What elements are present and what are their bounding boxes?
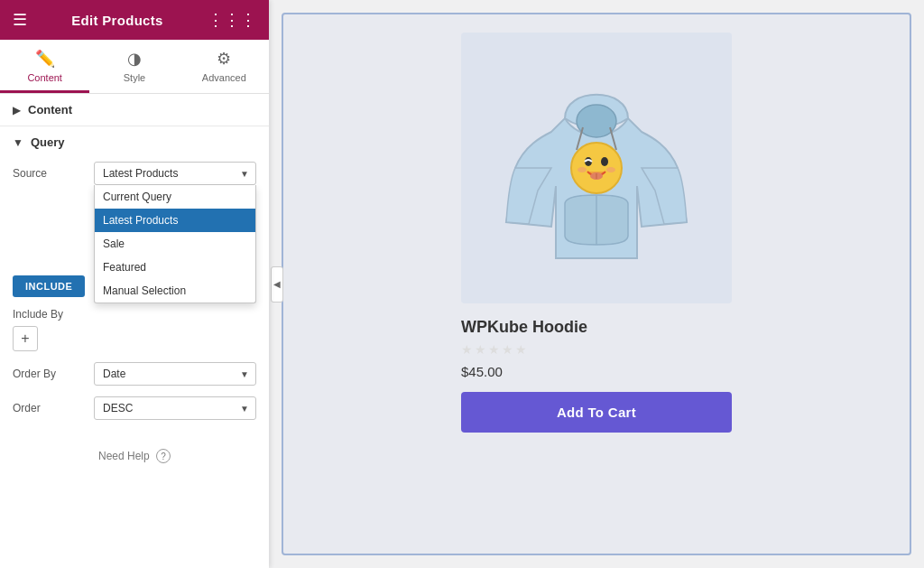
tab-advanced[interactable]: ⚙ Advanced <box>180 40 269 93</box>
star-3: ★ <box>488 342 500 357</box>
hamburger-icon[interactable]: ☰ <box>13 10 27 30</box>
svg-point-0 <box>577 105 616 137</box>
panel-tabs: ✏️ Content ◑ Style ⚙ Advanced <box>0 40 269 94</box>
include-button[interactable]: INCLUDE <box>13 275 85 297</box>
source-control: Latest Products ▼ Current Query Latest P… <box>94 162 256 185</box>
option-manual-selection[interactable]: Manual Selection <box>95 279 255 303</box>
order-by-select[interactable]: Date ▼ <box>94 362 256 386</box>
star-5: ★ <box>515 342 527 357</box>
query-label: Query <box>31 135 65 149</box>
star-1: ★ <box>461 342 473 357</box>
order-by-chevron-icon: ▼ <box>240 369 249 379</box>
tab-content[interactable]: ✏️ Content <box>0 40 89 93</box>
source-label: Source <box>13 167 94 180</box>
order-control: DESC ▼ <box>94 396 256 420</box>
include-by-add-row: + <box>13 326 256 351</box>
tab-style[interactable]: ◑ Style <box>89 40 179 93</box>
option-sale[interactable]: Sale <box>95 232 255 256</box>
help-icon: ? <box>156 449 171 463</box>
order-by-row: Order By Date ▼ <box>13 362 256 386</box>
panel-body: ▶ Content ▼ Query Source Latest Products… <box>0 94 269 568</box>
query-arrow-icon: ▼ <box>13 136 23 149</box>
include-by-add-button[interactable]: + <box>13 326 38 351</box>
order-row: Order DESC ▼ <box>13 396 256 420</box>
main-area: ◀ <box>269 0 924 568</box>
source-chevron-icon: ▼ <box>240 169 249 179</box>
svg-point-8 <box>606 167 615 172</box>
advanced-tab-label: Advanced <box>202 72 246 83</box>
need-help-row[interactable]: Need Help ? <box>0 434 269 478</box>
star-4: ★ <box>502 342 513 357</box>
option-featured[interactable]: Featured <box>95 256 255 279</box>
product-price: $45.00 <box>461 364 503 379</box>
product-name: WPKube Hoodie <box>461 318 587 337</box>
source-select[interactable]: Latest Products ▼ <box>94 162 256 185</box>
order-value: DESC <box>103 402 133 414</box>
left-panel: ☰ Edit Products ⋮⋮⋮ ✏️ Content ◑ Style ⚙… <box>0 0 269 568</box>
source-dropdown: Current Query Latest Products Sale Featu… <box>94 185 256 303</box>
collapse-icon: ◀ <box>273 279 281 289</box>
hoodie-illustration <box>497 60 696 276</box>
order-label: Order <box>13 402 94 414</box>
need-help-label: Need Help <box>98 450 150 462</box>
query-header[interactable]: ▼ Query <box>13 135 256 149</box>
advanced-tab-icon: ⚙ <box>217 49 231 69</box>
panel-title: Edit Products <box>71 13 162 28</box>
product-canvas: ◀ <box>282 13 911 555</box>
source-select-wrapper: Latest Products ▼ Current Query Latest P… <box>94 162 256 185</box>
order-by-value: Date <box>103 368 125 380</box>
svg-point-7 <box>578 167 587 172</box>
grid-icon[interactable]: ⋮⋮⋮ <box>208 10 256 30</box>
option-latest-products[interactable]: Latest Products <box>95 209 255 232</box>
panel-header: ☰ Edit Products ⋮⋮⋮ <box>0 0 269 40</box>
add-to-cart-button[interactable]: Add To Cart <box>461 392 732 433</box>
svg-point-4 <box>601 157 608 166</box>
include-by-label: Include By <box>13 308 256 321</box>
product-image <box>461 33 732 303</box>
content-tab-icon: ✏️ <box>35 49 55 69</box>
order-by-control: Date ▼ <box>94 362 256 386</box>
order-chevron-icon: ▼ <box>240 404 249 414</box>
order-select-wrapper: DESC ▼ <box>94 396 256 420</box>
source-selected-value: Latest Products <box>103 167 178 180</box>
product-stars: ★ ★ ★ ★ ★ <box>461 342 527 357</box>
content-tab-label: Content <box>27 72 62 83</box>
collapse-handle[interactable]: ◀ <box>271 266 283 303</box>
content-section-label: Content <box>28 103 72 116</box>
source-row: Source Latest Products ▼ Current Query L… <box>13 162 256 185</box>
style-tab-icon: ◑ <box>127 49 142 69</box>
order-by-label: Order By <box>13 368 94 380</box>
star-2: ★ <box>475 342 486 357</box>
order-by-select-wrapper: Date ▼ <box>94 362 256 386</box>
option-current-query[interactable]: Current Query <box>95 185 255 209</box>
content-arrow-icon: ▶ <box>13 104 21 116</box>
product-card: WPKube Hoodie ★ ★ ★ ★ ★ $45.00 Add To Ca… <box>461 33 732 433</box>
style-tab-label: Style <box>124 72 145 83</box>
order-select[interactable]: DESC ▼ <box>94 396 256 420</box>
content-section-row[interactable]: ▶ Content <box>0 94 269 126</box>
query-section: ▼ Query Source Latest Products ▼ Current… <box>0 126 269 434</box>
include-by-section: Include By + <box>13 308 256 351</box>
